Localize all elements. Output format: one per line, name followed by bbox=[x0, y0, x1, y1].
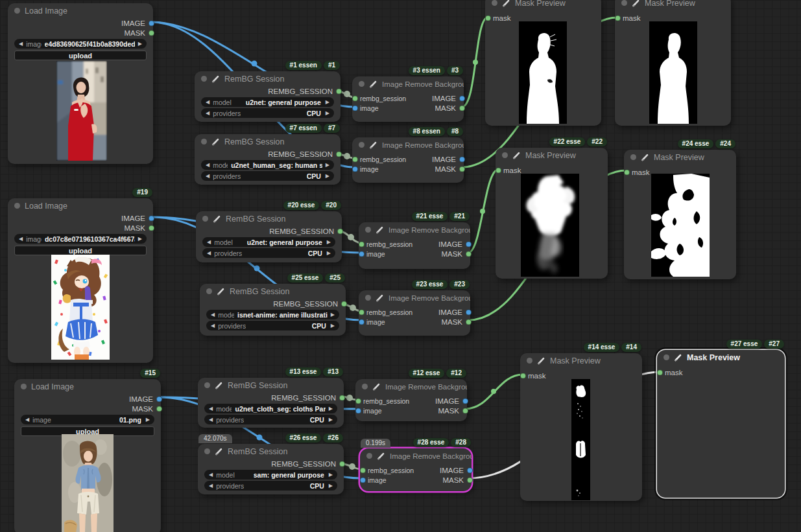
node-mask-preview-24[interactable]: #24 esse #24 Mask Preview mask bbox=[624, 150, 736, 279]
upload-button[interactable]: upload bbox=[14, 51, 147, 60]
node-titlebar[interactable]: Mask Preview bbox=[624, 150, 736, 165]
input-port-rembg-session[interactable] bbox=[359, 242, 365, 248]
widget-model-combo[interactable]: ◀modelu2net_cloth_seg: cloths Parsing▶ bbox=[204, 404, 337, 413]
widget-model-combo[interactable]: ◀modelu2net_human_seg: human segm...▶ bbox=[201, 160, 334, 170]
widget-image-combo[interactable]: ◀ image e4d83690625f41b0a8390dedb2d... ▶ bbox=[14, 39, 147, 49]
widget-image-combo[interactable]: ◀ image dc07c8e0719610367ca4f667a26... ▶ bbox=[14, 234, 147, 244]
input-port-rembg-session[interactable] bbox=[355, 399, 361, 404]
collapse-dot[interactable] bbox=[630, 154, 636, 160]
node-titlebar[interactable]: RemBG Session bbox=[198, 378, 344, 393]
input-port-mask[interactable] bbox=[496, 168, 501, 174]
node-titlebar[interactable]: Mask Preview bbox=[485, 0, 601, 10]
node-titlebar[interactable]: Image Remove Background bbox=[355, 379, 467, 394]
collapse-dot[interactable] bbox=[14, 203, 20, 209]
widget-image-combo[interactable]: ◀ image 01.png ▶ bbox=[21, 415, 154, 424]
node-rembg-session-1[interactable]: #1 essen #1 RemBG Session REMBG_SESSION … bbox=[195, 71, 341, 122]
combo-left-arrow[interactable]: ◀ bbox=[25, 417, 29, 422]
input-port-rembg-session[interactable] bbox=[359, 310, 365, 316]
collapse-dot[interactable] bbox=[359, 142, 365, 148]
collapse-dot[interactable] bbox=[527, 358, 532, 364]
collapse-dot[interactable] bbox=[202, 216, 208, 222]
upload-button[interactable]: upload bbox=[14, 246, 147, 255]
node-titlebar[interactable]: Mask Preview bbox=[657, 350, 785, 365]
node-mask-preview-top1[interactable]: Mask Preview mask bbox=[485, 0, 601, 126]
output-port-mask[interactable] bbox=[149, 30, 154, 36]
combo-left-arrow[interactable]: ◀ bbox=[19, 236, 23, 242]
output-port-mask[interactable] bbox=[156, 406, 162, 412]
output-port-mask[interactable] bbox=[462, 408, 468, 414]
output-port-mask[interactable] bbox=[459, 106, 465, 111]
output-port-mask[interactable] bbox=[459, 167, 465, 172]
combo-right-arrow[interactable]: ▶ bbox=[329, 472, 333, 478]
node-titlebar[interactable]: Image Remove Background bbox=[360, 448, 472, 463]
output-port-image[interactable] bbox=[466, 242, 472, 248]
node-image-remove-background-8[interactable]: #8 essen #8 Image Remove Background remb… bbox=[352, 137, 464, 183]
combo-right-arrow[interactable]: ▶ bbox=[331, 312, 335, 318]
node-titlebar[interactable]: Mask Preview bbox=[496, 148, 608, 163]
node-rembg-session-26[interactable]: 42.070s #26 esse #26 RemBG Session REMBG… bbox=[198, 444, 344, 494]
combo-right-arrow[interactable]: ▶ bbox=[138, 41, 142, 47]
node-titlebar[interactable]: Image Remove Background bbox=[359, 222, 470, 237]
combo-right-arrow[interactable]: ▶ bbox=[146, 417, 150, 422]
combo-right-arrow[interactable]: ▶ bbox=[326, 110, 329, 116]
widget-providers-combo[interactable]: ◀providersCPU▶ bbox=[202, 248, 335, 258]
widget-model-combo[interactable]: ◀modelu2net: general purpose▶ bbox=[202, 237, 335, 247]
node-mask-preview-14[interactable]: #14 esse #14 Mask Preview mask bbox=[520, 353, 642, 501]
combo-right-arrow[interactable]: ▶ bbox=[329, 417, 333, 422]
input-port-mask[interactable] bbox=[615, 16, 621, 21]
node-titlebar[interactable]: RemBG Session bbox=[195, 71, 341, 86]
combo-left-arrow[interactable]: ◀ bbox=[209, 472, 213, 478]
output-port-image[interactable] bbox=[462, 399, 468, 404]
node-rembg-session-13[interactable]: #13 esse #13 RemBG Session REMBG_SESSION… bbox=[198, 378, 344, 428]
node-titlebar[interactable]: RemBG Session bbox=[200, 284, 346, 299]
output-port-image[interactable] bbox=[156, 397, 162, 402]
output-port-session[interactable] bbox=[336, 152, 342, 157]
combo-left-arrow[interactable]: ◀ bbox=[19, 41, 23, 47]
combo-right-arrow[interactable]: ▶ bbox=[326, 162, 329, 168]
input-port-rembg-session[interactable] bbox=[352, 96, 358, 102]
combo-left-arrow[interactable]: ◀ bbox=[206, 173, 209, 179]
output-port-mask[interactable] bbox=[149, 226, 154, 231]
widget-providers-combo[interactable]: ◀providersCPU▶ bbox=[201, 171, 334, 181]
node-mask-preview-22[interactable]: #22 esse #22 Mask Preview mask bbox=[496, 148, 608, 279]
collapse-dot[interactable] bbox=[366, 453, 372, 459]
node-titlebar[interactable]: Load Image bbox=[8, 3, 153, 18]
collapse-dot[interactable] bbox=[359, 81, 365, 87]
collapse-dot[interactable] bbox=[362, 384, 368, 389]
output-port-mask[interactable] bbox=[466, 251, 472, 257]
node-titlebar[interactable]: Image Remove Background bbox=[352, 137, 464, 152]
combo-right-arrow[interactable]: ▶ bbox=[329, 483, 333, 489]
input-port-mask[interactable] bbox=[485, 16, 491, 21]
output-port-session[interactable] bbox=[339, 395, 345, 401]
node-image-remove-background-12[interactable]: #12 esse #12 Image Remove Background rem… bbox=[355, 379, 467, 421]
node-titlebar[interactable]: RemBG Session bbox=[196, 211, 342, 226]
node-load-image-19[interactable]: #19 Load Image IMAGE MASK ◀ image dc07c8… bbox=[8, 198, 153, 363]
collapse-dot[interactable] bbox=[664, 354, 669, 360]
node-titlebar[interactable]: Image Remove Background bbox=[352, 76, 464, 91]
widget-model-combo[interactable]: ◀modelisnet-anime: anime illustrations▶ bbox=[206, 310, 339, 319]
collapse-dot[interactable] bbox=[204, 382, 210, 388]
combo-left-arrow[interactable]: ◀ bbox=[206, 110, 209, 116]
node-rembg-session-20[interactable]: #20 esse #20 RemBG Session REMBG_SESSION… bbox=[196, 211, 342, 262]
output-port-image[interactable] bbox=[149, 216, 154, 222]
node-image-remove-background-3[interactable]: #3 essen #3 Image Remove Background remb… bbox=[352, 76, 464, 122]
combo-left-arrow[interactable]: ◀ bbox=[206, 162, 209, 168]
node-titlebar[interactable]: Mask Preview bbox=[520, 353, 642, 368]
output-port-image[interactable] bbox=[149, 21, 154, 27]
combo-right-arrow[interactable]: ▶ bbox=[138, 236, 142, 242]
output-port-mask[interactable] bbox=[466, 319, 472, 325]
combo-right-arrow[interactable]: ▶ bbox=[326, 99, 329, 105]
widget-providers-combo[interactable]: ◀providersCPU▶ bbox=[201, 108, 334, 118]
input-port-image[interactable] bbox=[352, 106, 358, 111]
collapse-dot[interactable] bbox=[204, 448, 210, 454]
node-image-remove-background-28[interactable]: 0.199s #28 esse #28 Image Remove Backgro… bbox=[360, 448, 472, 491]
input-port-image[interactable] bbox=[355, 408, 361, 414]
collapse-dot[interactable] bbox=[492, 0, 497, 6]
widget-providers-combo[interactable]: ◀providersCPU▶ bbox=[204, 415, 337, 424]
collapse-dot[interactable] bbox=[365, 295, 371, 301]
collapse-dot[interactable] bbox=[201, 139, 207, 145]
widget-providers-combo[interactable]: ◀providersCPU▶ bbox=[206, 321, 339, 330]
combo-right-arrow[interactable]: ▶ bbox=[329, 406, 333, 411]
node-titlebar[interactable]: Mask Preview bbox=[615, 0, 731, 10]
combo-right-arrow[interactable]: ▶ bbox=[327, 250, 331, 256]
